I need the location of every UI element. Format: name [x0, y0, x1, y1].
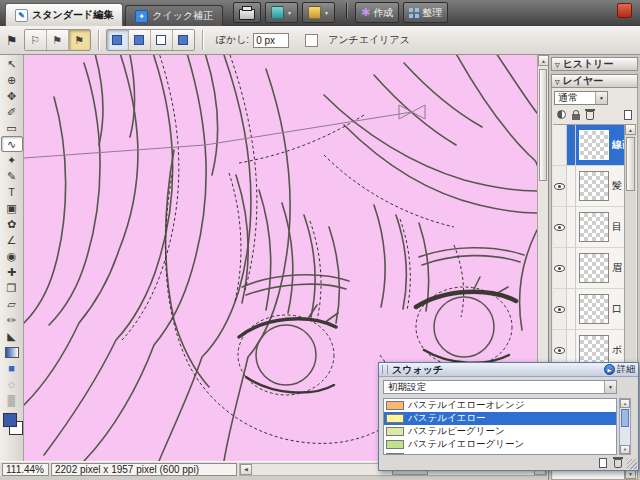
add-selection-button[interactable] [129, 30, 151, 50]
visibility-toggle[interactable] [553, 207, 567, 247]
layer-name[interactable]: 線画 [612, 138, 624, 152]
layer-thumbnail[interactable] [579, 212, 609, 242]
share-button[interactable]: ▼ [265, 2, 298, 23]
layers-panel-header[interactable]: ▽ レイヤー [551, 74, 638, 88]
swatches-title-bar[interactable]: スウォッチ ▶ 詳細 [379, 363, 638, 377]
swatch-row[interactable]: パステルピーグリーン [384, 425, 616, 438]
straighten-icon: ∠ [7, 235, 17, 246]
magnetic-lasso-button[interactable]: ⚑ [69, 30, 90, 50]
swatch-row[interactable]: パステルイエローグリーン [384, 438, 616, 451]
visibility-toggle[interactable] [553, 166, 567, 206]
crop-icon: ▣ [6, 203, 16, 214]
lock-icon[interactable] [572, 114, 580, 120]
visibility-toggle[interactable] [553, 125, 567, 165]
create-button-label: 作成 [373, 6, 393, 20]
tool-sponge[interactable]: ▒ [2, 392, 22, 408]
tool-clone-stamp[interactable]: ❐ [2, 280, 22, 296]
delete-swatch-icon[interactable] [614, 459, 622, 468]
foreground-color-swatch[interactable] [3, 413, 17, 427]
new-swatch-icon[interactable] [599, 458, 607, 468]
swatches-more-button[interactable]: ▶ 詳細 [604, 363, 635, 376]
tool-gradient[interactable]: ■ [2, 344, 22, 360]
layers-scroll-thumb[interactable] [626, 137, 635, 191]
tool-zoom[interactable]: ⊕ [2, 72, 22, 88]
tool-lasso[interactable]: ∿ [1, 136, 23, 152]
create-button[interactable]: ✱ 作成 [355, 2, 399, 23]
tab-quick-fix[interactable]: ✦ クイック補正 [125, 5, 223, 26]
swatch-preset-select[interactable]: 初期設定 ▼ [383, 380, 617, 394]
tool-healing-brush[interactable]: ✚ [2, 264, 22, 280]
eye-icon [554, 265, 565, 272]
resize-grip[interactable] [627, 459, 637, 469]
magic-wand-icon: ✦ [7, 155, 16, 166]
tool-hand[interactable]: ✥ [2, 88, 22, 104]
layer-name[interactable]: 髪 [612, 179, 622, 193]
layer-thumbnail[interactable] [579, 294, 609, 324]
layer-row-kuchi-hana[interactable]: 口 鼻 [553, 289, 624, 330]
history-panel-header[interactable]: ▽ ヒストリー [551, 57, 638, 71]
feather-input[interactable]: 0 px [253, 33, 289, 48]
tool-magic-wand[interactable]: ✦ [2, 152, 22, 168]
tool-type[interactable]: T [2, 184, 22, 200]
swatch-row-selected[interactable]: パステルイエロー [384, 412, 616, 425]
layer-row-mayu[interactable]: 眉 [553, 248, 624, 289]
scroll-down-icon: ▼ [623, 447, 627, 452]
tool-selection-brush[interactable]: ✎ [2, 168, 22, 184]
toolbar-separator [346, 3, 347, 18]
tool-eyedropper[interactable]: ✐ [2, 104, 22, 120]
swatch-scrollbar[interactable]: ▲ ▼ [619, 398, 631, 455]
tool-crop[interactable]: ▣ [2, 200, 22, 216]
layer-thumbnail[interactable] [579, 171, 609, 201]
layer-name[interactable]: 口 鼻 [612, 302, 624, 316]
adjustment-layer-icon[interactable] [557, 110, 566, 119]
add-selection-icon [134, 35, 144, 45]
tool-move[interactable]: ↖ [2, 56, 22, 72]
print-button[interactable] [233, 2, 261, 23]
visibility-toggle[interactable] [553, 248, 567, 288]
layer-name[interactable]: 目 [612, 220, 622, 234]
organize-button[interactable]: 整理 [403, 2, 448, 23]
antialias-checkbox[interactable] [305, 34, 318, 47]
vertical-scroll-thumb[interactable] [539, 69, 547, 181]
layer-row-kami[interactable]: 髪 [553, 166, 624, 207]
intersect-selection-button[interactable] [173, 30, 194, 50]
tool-brush[interactable]: ✏ [2, 312, 22, 328]
layer-thumbnail[interactable] [579, 335, 609, 365]
scroll-up-button[interactable]: ▲ [620, 399, 630, 408]
photo-download-button[interactable]: ▼ [302, 2, 335, 23]
layer-thumbnail[interactable] [579, 130, 609, 160]
scroll-left-button[interactable]: ◀ [240, 464, 252, 475]
layer-thumbnail[interactable] [579, 253, 609, 283]
tool-straighten[interactable]: ∠ [2, 232, 22, 248]
tool-rect-marquee[interactable]: ▭ [2, 120, 22, 136]
tool-eraser[interactable]: ▱ [2, 296, 22, 312]
layer-name[interactable]: 眉 [612, 261, 622, 275]
feather-label: ぼかし: [216, 33, 249, 47]
layer-row-senga[interactable]: 線画 [553, 125, 624, 166]
color-swatch-control[interactable] [0, 411, 24, 441]
swatch-row[interactable]: パステルイエローオレンジ [384, 399, 616, 412]
delete-layer-icon[interactable] [586, 111, 594, 120]
polygon-lasso-button[interactable]: ⚑ [47, 30, 69, 50]
swatch-scroll-thumb[interactable] [621, 409, 629, 427]
visibility-toggle[interactable] [553, 289, 567, 329]
tool-blur[interactable]: ◌ [2, 376, 22, 392]
drag-grip-icon[interactable] [382, 365, 388, 374]
tool-cookie-cutter[interactable]: ✿ [2, 216, 22, 232]
new-selection-button[interactable] [107, 30, 129, 50]
layer-row-me[interactable]: 目 [553, 207, 624, 248]
tool-shape[interactable]: ■ [2, 360, 22, 376]
scroll-down-button[interactable]: ▼ [620, 445, 630, 454]
subtract-selection-button[interactable] [151, 30, 173, 50]
tab-standard-edit[interactable]: ✎ スタンダード編集 [5, 3, 123, 26]
lasso-button[interactable]: ⚐ [25, 30, 47, 50]
link-cell [567, 166, 576, 206]
scroll-up-button[interactable]: ▲ [625, 124, 636, 135]
zoom-level-field[interactable]: 111.44% [2, 463, 49, 476]
blend-mode-select[interactable]: 通常 ▼ [554, 91, 608, 105]
top-bar: ✎ スタンダード編集 ✦ クイック補正 ▼ ▼ ✱ 作成 整理 [0, 0, 640, 26]
layer-name[interactable]: ボタン [612, 343, 624, 357]
tool-paint-bucket[interactable]: ◣ [2, 328, 22, 344]
new-layer-icon[interactable] [624, 110, 632, 120]
tool-red-eye[interactable]: ◉ [2, 248, 22, 264]
